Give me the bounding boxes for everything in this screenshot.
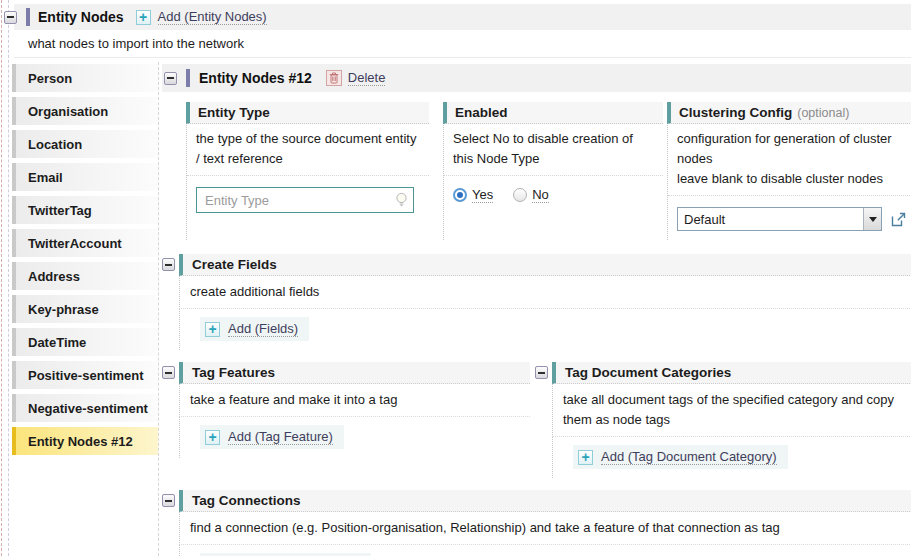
collapse-icon[interactable] — [162, 366, 175, 379]
dropdown-button[interactable] — [863, 208, 881, 230]
section-create-fields: Create Fields create additional fields A… — [162, 254, 911, 350]
accent-bar — [186, 69, 190, 87]
page-title: Entity Nodes — [38, 9, 124, 25]
lightbulb-icon[interactable] — [395, 192, 408, 208]
clustering-desc-line2: leave blank to disable cluster nodes — [677, 169, 906, 189]
add-tag-document-category-label: Add (Tag Document Category) — [601, 449, 777, 465]
sidebar-item-label: Organisation — [28, 104, 108, 119]
collapse-icon[interactable] — [162, 258, 175, 271]
sidebar-item-datetime[interactable]: DateTime — [12, 328, 158, 356]
trash-icon — [326, 70, 342, 86]
tag-features-title: Tag Features — [192, 365, 275, 380]
field-entity-type-label: Entity Type — [198, 105, 270, 120]
field-entity-type: Entity Type the type of the source docum… — [186, 102, 429, 240]
optional-tag: (optional) — [797, 106, 849, 120]
create-fields-description: create additional fields — [179, 276, 911, 309]
entity-nodes-header: Entity Nodes Add (Entity Nodes) — [14, 4, 911, 30]
clustering-config-value: Default — [678, 212, 863, 227]
collapse-icon[interactable] — [535, 366, 548, 379]
sidebar-item-label: Key-phrase — [28, 302, 99, 317]
sidebar-item-negative-sentiment[interactable]: Negative-sentiment — [12, 394, 158, 422]
enabled-radio-group: Yes No — [453, 187, 549, 203]
caret-down-icon — [869, 217, 877, 222]
field-entity-type-description: the type of the source document entity /… — [187, 124, 429, 176]
sidebar: Person Organisation Location Email Twitt… — [12, 64, 158, 556]
field-clustering-header: Clustering Config (optional) — [667, 102, 911, 124]
radio-yes[interactable]: Yes — [453, 187, 493, 203]
plus-icon — [136, 10, 151, 25]
field-enabled-label: Enabled — [455, 105, 508, 120]
sidebar-item-label: Negative-sentiment — [28, 401, 148, 416]
create-fields-title: Create Fields — [192, 257, 277, 272]
sidebar-dashed-separator — [158, 62, 159, 556]
sidebar-item-person[interactable]: Person — [12, 64, 158, 92]
sidebar-item-key-phrase[interactable]: Key-phrase — [12, 295, 158, 323]
entity-type-input[interactable] — [197, 193, 395, 208]
field-clustering-description: configuration for generation of cluster … — [668, 124, 911, 196]
add-entity-nodes-label: Add (Entity Nodes) — [158, 9, 267, 25]
page-description: what nodes to import into the network — [14, 30, 911, 58]
tag-row: Tag Features take a feature and make it … — [162, 362, 911, 478]
plus-icon — [578, 450, 593, 465]
delete-label: Delete — [348, 70, 386, 86]
field-clustering-label: Clustering Config — [679, 105, 792, 120]
collapse-icon[interactable] — [162, 494, 175, 507]
sidebar-item-label: Positive-sentiment — [28, 368, 144, 383]
radio-yes-label: Yes — [472, 187, 493, 203]
tag-connections-title: Tag Connections — [192, 493, 301, 508]
section-tag-features: Tag Features take a feature and make it … — [162, 362, 530, 478]
tag-connections-header: Tag Connections — [179, 490, 911, 512]
tag-connections-description: find a connection (e.g. Position-organis… — [179, 512, 911, 545]
tag-features-header: Tag Features — [179, 362, 530, 384]
sidebar-item-label: TwitterTag — [28, 203, 92, 218]
page: Entity Nodes Add (Entity Nodes) what nod… — [0, 0, 911, 556]
sidebar-item-label: Person — [28, 71, 72, 86]
sidebar-item-entity-nodes-12[interactable]: Entity Nodes #12 — [12, 427, 158, 455]
plus-icon — [205, 322, 220, 337]
field-entity-type-header: Entity Type — [186, 102, 429, 124]
field-enabled: Enabled Select No to disable creation of… — [443, 102, 663, 240]
fields-row: Entity Type the type of the source docum… — [186, 102, 911, 240]
external-link-icon[interactable] — [891, 212, 906, 227]
sidebar-item-organisation[interactable]: Organisation — [12, 97, 158, 125]
sidebar-item-twittertag[interactable]: TwitterTag — [12, 196, 158, 224]
accent-bar — [26, 8, 30, 26]
sidebar-item-location[interactable]: Location — [12, 130, 158, 158]
collapse-icon[interactable] — [164, 72, 177, 85]
field-enabled-header: Enabled — [443, 102, 663, 124]
add-entity-nodes-button[interactable]: Add (Entity Nodes) — [136, 9, 267, 25]
sidebar-item-email[interactable]: Email — [12, 163, 158, 191]
delete-button[interactable]: Delete — [326, 70, 386, 86]
sidebar-item-label: DateTime — [28, 335, 86, 350]
panel-title: Entity Nodes #12 — [199, 70, 312, 86]
sidebar-item-address[interactable]: Address — [12, 262, 158, 290]
tag-features-description: take a feature and make it into a tag — [179, 384, 530, 417]
main-panel: Entity Nodes #12 Delete Entity — [162, 64, 911, 556]
tag-document-categories-header: Tag Document Categories — [552, 362, 911, 384]
clustering-desc-line1: configuration for generation of cluster … — [677, 129, 906, 169]
sidebar-item-label: Email — [28, 170, 63, 185]
plus-icon — [205, 430, 220, 445]
panel-header: Entity Nodes #12 Delete — [162, 64, 911, 92]
sidebar-item-twitteraccount[interactable]: TwitterAccount — [12, 229, 158, 257]
radio-no[interactable]: No — [513, 187, 549, 203]
sidebar-item-label: Location — [28, 137, 82, 152]
section-tag-document-categories: Tag Document Categories take all documen… — [535, 362, 911, 478]
field-enabled-description: Select No to disable creation of this No… — [444, 124, 663, 176]
add-fields-button[interactable]: Add (Fields) — [200, 317, 309, 341]
radio-yes-circle — [453, 188, 467, 202]
sidebar-item-positive-sentiment[interactable]: Positive-sentiment — [12, 361, 158, 389]
add-tag-document-category-button[interactable]: Add (Tag Document Category) — [573, 445, 788, 469]
entity-type-input-wrap — [196, 187, 414, 213]
field-clustering-config: Clustering Config (optional) configurati… — [667, 102, 911, 240]
collapse-icon[interactable] — [4, 11, 17, 24]
tag-document-categories-title: Tag Document Categories — [565, 365, 731, 380]
add-fields-label: Add (Fields) — [228, 321, 298, 337]
tag-document-categories-description: take all document tags of the specified … — [552, 384, 911, 437]
add-tag-feature-button[interactable]: Add (Tag Feature) — [200, 425, 344, 449]
section-tag-connections: Tag Connections find a connection (e.g. … — [162, 490, 911, 556]
left-dashed-guide — [1, 0, 2, 556]
radio-no-circle — [513, 188, 527, 202]
clustering-config-select[interactable]: Default — [677, 207, 882, 231]
create-fields-header: Create Fields — [179, 254, 911, 276]
